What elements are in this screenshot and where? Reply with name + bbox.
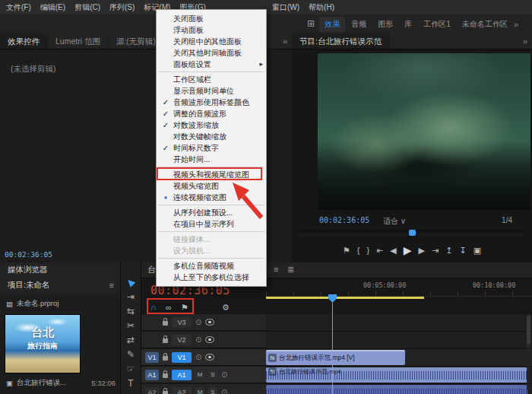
hand-tool[interactable]: ☞ [127, 364, 135, 374]
track-visibility-eye-icon[interactable] [205, 319, 214, 326]
tab-lumetri-scopes[interactable]: Lumetri 范围 [48, 33, 109, 49]
menu-help[interactable]: 帮助(H) [304, 2, 339, 13]
lock-icon[interactable] [163, 321, 168, 326]
project-clip-item[interactable]: ▣ 台北旅行错误... 5:32:06 [6, 378, 116, 388]
zoom-level-dropdown[interactable]: 适合 ∨ [383, 216, 406, 227]
panel-overflow-icon[interactable]: » [283, 37, 287, 46]
ripple-edit-tool[interactable]: ⇆ [127, 307, 135, 316]
track-lane-v3[interactable] [266, 314, 532, 332]
project-panel-menu-icon[interactable]: ≡ [109, 281, 114, 290]
lock-icon[interactable] [163, 373, 168, 378]
menu-item-multicam-selection-top-down[interactable]: 从上至下的多机位选择 [157, 272, 266, 283]
lift-button[interactable]: ↥ [445, 246, 452, 256]
source-patch-a1[interactable]: A1 [145, 370, 159, 380]
selection-tool[interactable]: ▶ [127, 278, 134, 288]
workspace-tab-workspace1[interactable]: 工作区1 [418, 17, 456, 32]
track-lane-v1[interactable]: fx台北旅行错误示范.mp4 [V] [266, 349, 532, 367]
solo-button[interactable]: S [208, 370, 217, 380]
tab-effect-controls[interactable]: 效果控件 [0, 33, 48, 49]
solo-button[interactable]: S [208, 388, 217, 394]
program-playhead-handle[interactable] [409, 230, 416, 236]
menu-item-close-panel[interactable]: 关闭面板 [157, 13, 266, 24]
menu-item-start-time[interactable]: 开始时间... [157, 154, 266, 165]
menu-item-audio-waveform-label-colors[interactable]: ✓音频波形使用标签颜色 [157, 97, 266, 108]
razor-tool[interactable]: ✂ [127, 321, 135, 331]
track-lane-a2[interactable] [266, 384, 532, 394]
track-name-v2[interactable]: V2 [172, 335, 192, 345]
slip-tool[interactable]: ⇄ [127, 335, 135, 345]
menu-clip[interactable]: 剪辑(C) [70, 2, 105, 13]
go-to-out-button[interactable]: ⇥ [432, 246, 439, 256]
timeline-panel-menu-icon[interactable]: ≡ [274, 265, 278, 274]
workspace-tab-audio[interactable]: 音频 [346, 17, 372, 32]
mute-button[interactable]: M [195, 388, 204, 394]
export-frame-button[interactable]: ▣ [473, 246, 481, 256]
timeline-settings-wrench-icon[interactable]: ⚙ [222, 303, 230, 313]
step-forward-button[interactable]: ▶ [419, 246, 425, 256]
tab-program-monitor[interactable]: 节目:台北旅行错误示范 [292, 33, 390, 49]
track-lane-v2[interactable] [266, 332, 532, 349]
work-area-bar[interactable] [266, 297, 424, 299]
track-name-v3[interactable]: V3 [172, 317, 192, 328]
program-overflow-icon[interactable]: » [523, 37, 527, 46]
pen-tool[interactable]: ✎ [127, 350, 135, 360]
menu-file[interactable]: 文件(F) [2, 2, 36, 13]
project-file-item[interactable]: ▤ 未命名.prproj [6, 299, 59, 309]
sync-lock-icon[interactable]: ⊙ [221, 388, 227, 394]
step-back-button[interactable]: ◀ [390, 246, 396, 256]
track-lane-a1[interactable]: fx台北旅行错误示范.mp4 [266, 367, 532, 384]
menu-item-logarithmic-waveform-scaling[interactable]: ✓对数波形缩放 [157, 119, 266, 131]
menu-item-panel-group-settings[interactable]: 面板组设置▸ [157, 59, 266, 70]
menu-sequence[interactable]: 序列(S) [105, 2, 139, 13]
add-marker-button[interactable]: ⚑ [343, 246, 350, 256]
lock-icon[interactable] [163, 338, 168, 343]
extract-button[interactable]: ↧ [460, 246, 467, 256]
tab-media-browser[interactable]: 媒体浏览器 [0, 265, 55, 275]
menu-edit[interactable]: 编辑(E) [36, 2, 70, 13]
menu-item-logarithmic-keyframe-scaling[interactable]: 对数关键帧缩放 [157, 131, 266, 142]
mark-out-button[interactable]: } [366, 246, 369, 255]
menu-item-rectified-audio-waveforms[interactable]: ✓调整的音频波形 [157, 108, 266, 119]
sync-lock-icon[interactable]: ⊙ [221, 370, 227, 379]
menu-item-time-ruler-numbers[interactable]: ✓时间标尺数字 [157, 142, 266, 154]
source-patch-a2[interactable]: A2 [145, 387, 159, 394]
menu-item-work-area-bar[interactable]: 工作区域栏 [157, 74, 266, 85]
workspace-grid-icon[interactable]: ⊞ [307, 18, 315, 29]
lock-icon[interactable] [163, 356, 168, 361]
track-name-a2[interactable]: A2 [172, 387, 192, 394]
workspace-tab-effects[interactable]: 效果 [319, 17, 345, 32]
track-select-forward-tool[interactable]: ⇥ [127, 292, 135, 302]
clip-thumbnail[interactable]: 台北 旅行指南 [5, 314, 81, 373]
playhead-handle[interactable] [328, 294, 337, 303]
type-tool[interactable]: T [128, 379, 133, 389]
sync-lock-icon[interactable]: ⊙ [195, 318, 201, 326]
scrollbar-thumb[interactable] [527, 316, 530, 345]
menu-item-undock-panel[interactable]: 浮动面板 [157, 24, 266, 36]
audio-clip-1[interactable]: fx台北旅行错误示范.mp4 [266, 367, 527, 383]
menu-window[interactable]: 窗口(W) [268, 2, 304, 13]
track-visibility-eye-icon[interactable] [205, 354, 214, 361]
workspace-tab-libraries[interactable]: 库 [399, 17, 417, 32]
play-button[interactable]: ▶ [404, 244, 412, 256]
menu-item-show-audio-time-units[interactable]: 显示音频时间单位 [157, 85, 266, 97]
menu-item-multicam-audio-follows-video[interactable]: 多机位音频随视频 [157, 260, 266, 272]
workspace-tab-unnamed[interactable]: 未命名工作区 [457, 17, 513, 32]
menu-item-close-other-timeline-panels[interactable]: 关闭其他时间轴面板 [157, 47, 266, 59]
workspace-overflow-icon[interactable]: » [514, 20, 518, 29]
audio-clip-2[interactable] [266, 385, 527, 394]
timeline-scrollbar[interactable] [527, 314, 530, 390]
mute-button[interactable]: M [195, 370, 204, 380]
sync-lock-icon[interactable]: ⊙ [195, 353, 201, 361]
mark-in-button[interactable]: { [357, 246, 360, 255]
program-scrubber[interactable] [298, 230, 526, 236]
workspace-tab-graphics[interactable]: 图形 [372, 17, 398, 32]
go-to-in-button[interactable]: ⇤ [376, 246, 383, 256]
lock-icon[interactable] [163, 391, 168, 394]
sync-lock-icon[interactable]: ⊙ [195, 335, 201, 344]
track-name-v1[interactable]: V1 [172, 352, 192, 363]
source-patch-v1[interactable]: V1 [145, 352, 159, 363]
menu-item-close-other-panels-in-group[interactable]: 关闭组中的其他面板 [157, 36, 266, 47]
timeline-list-icon[interactable]: ≣ [287, 265, 294, 275]
track-visibility-eye-icon[interactable] [205, 336, 214, 343]
playback-resolution-dropdown[interactable]: 1/4 [502, 216, 512, 224]
